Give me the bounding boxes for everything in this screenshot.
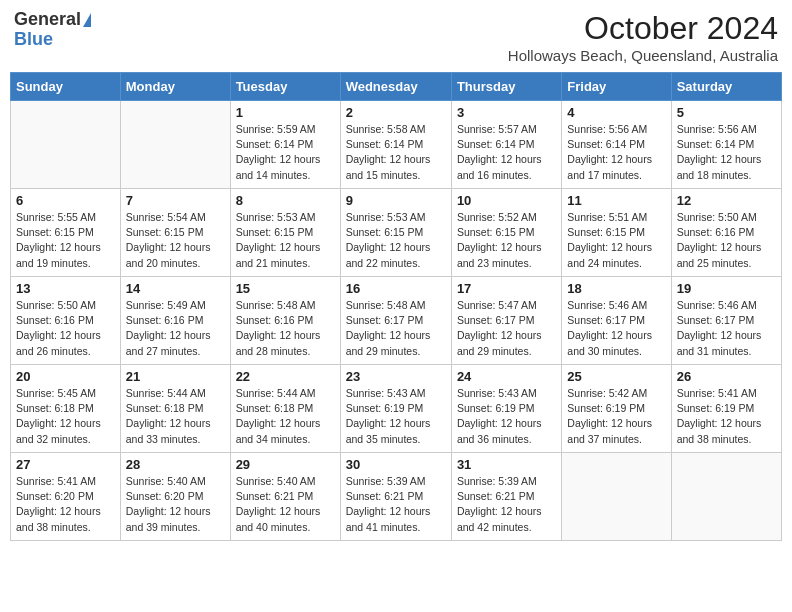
logo: General Blue — [14, 10, 91, 50]
day-number: 31 — [457, 457, 556, 472]
page-header: General Blue October 2024 Holloways Beac… — [10, 10, 782, 64]
calendar-cell: 26Sunrise: 5:41 AMSunset: 6:19 PMDayligh… — [671, 365, 781, 453]
calendar-week-row: 20Sunrise: 5:45 AMSunset: 6:18 PMDayligh… — [11, 365, 782, 453]
day-info: Sunrise: 5:44 AMSunset: 6:18 PMDaylight:… — [236, 386, 335, 447]
day-info: Sunrise: 5:56 AMSunset: 6:14 PMDaylight:… — [677, 122, 776, 183]
calendar-header-saturday: Saturday — [671, 73, 781, 101]
day-info: Sunrise: 5:40 AMSunset: 6:21 PMDaylight:… — [236, 474, 335, 535]
day-number: 22 — [236, 369, 335, 384]
calendar-cell: 5Sunrise: 5:56 AMSunset: 6:14 PMDaylight… — [671, 101, 781, 189]
location-title: Holloways Beach, Queensland, Australia — [508, 47, 778, 64]
day-number: 6 — [16, 193, 115, 208]
day-number: 23 — [346, 369, 446, 384]
day-info: Sunrise: 5:47 AMSunset: 6:17 PMDaylight:… — [457, 298, 556, 359]
day-number: 13 — [16, 281, 115, 296]
day-number: 25 — [567, 369, 665, 384]
day-info: Sunrise: 5:54 AMSunset: 6:15 PMDaylight:… — [126, 210, 225, 271]
day-number: 29 — [236, 457, 335, 472]
day-number: 20 — [16, 369, 115, 384]
day-info: Sunrise: 5:46 AMSunset: 6:17 PMDaylight:… — [677, 298, 776, 359]
calendar-header-tuesday: Tuesday — [230, 73, 340, 101]
calendar-cell: 8Sunrise: 5:53 AMSunset: 6:15 PMDaylight… — [230, 189, 340, 277]
day-info: Sunrise: 5:43 AMSunset: 6:19 PMDaylight:… — [457, 386, 556, 447]
day-info: Sunrise: 5:59 AMSunset: 6:14 PMDaylight:… — [236, 122, 335, 183]
calendar-header-wednesday: Wednesday — [340, 73, 451, 101]
day-info: Sunrise: 5:57 AMSunset: 6:14 PMDaylight:… — [457, 122, 556, 183]
day-number: 9 — [346, 193, 446, 208]
day-info: Sunrise: 5:42 AMSunset: 6:19 PMDaylight:… — [567, 386, 665, 447]
title-section: October 2024 Holloways Beach, Queensland… — [508, 10, 778, 64]
calendar-cell: 21Sunrise: 5:44 AMSunset: 6:18 PMDayligh… — [120, 365, 230, 453]
calendar-cell: 24Sunrise: 5:43 AMSunset: 6:19 PMDayligh… — [451, 365, 561, 453]
day-number: 19 — [677, 281, 776, 296]
day-info: Sunrise: 5:45 AMSunset: 6:18 PMDaylight:… — [16, 386, 115, 447]
day-info: Sunrise: 5:56 AMSunset: 6:14 PMDaylight:… — [567, 122, 665, 183]
calendar-cell: 27Sunrise: 5:41 AMSunset: 6:20 PMDayligh… — [11, 453, 121, 541]
calendar-header-friday: Friday — [562, 73, 671, 101]
day-info: Sunrise: 5:53 AMSunset: 6:15 PMDaylight:… — [346, 210, 446, 271]
calendar-header-row: SundayMondayTuesdayWednesdayThursdayFrid… — [11, 73, 782, 101]
day-number: 8 — [236, 193, 335, 208]
day-info: Sunrise: 5:53 AMSunset: 6:15 PMDaylight:… — [236, 210, 335, 271]
day-info: Sunrise: 5:41 AMSunset: 6:19 PMDaylight:… — [677, 386, 776, 447]
calendar-week-row: 1Sunrise: 5:59 AMSunset: 6:14 PMDaylight… — [11, 101, 782, 189]
day-number: 18 — [567, 281, 665, 296]
day-info: Sunrise: 5:43 AMSunset: 6:19 PMDaylight:… — [346, 386, 446, 447]
day-info: Sunrise: 5:40 AMSunset: 6:20 PMDaylight:… — [126, 474, 225, 535]
calendar-cell: 18Sunrise: 5:46 AMSunset: 6:17 PMDayligh… — [562, 277, 671, 365]
day-info: Sunrise: 5:52 AMSunset: 6:15 PMDaylight:… — [457, 210, 556, 271]
day-number: 17 — [457, 281, 556, 296]
day-number: 16 — [346, 281, 446, 296]
calendar-week-row: 27Sunrise: 5:41 AMSunset: 6:20 PMDayligh… — [11, 453, 782, 541]
calendar-cell: 25Sunrise: 5:42 AMSunset: 6:19 PMDayligh… — [562, 365, 671, 453]
day-info: Sunrise: 5:39 AMSunset: 6:21 PMDaylight:… — [457, 474, 556, 535]
day-number: 5 — [677, 105, 776, 120]
calendar-cell: 19Sunrise: 5:46 AMSunset: 6:17 PMDayligh… — [671, 277, 781, 365]
calendar-cell: 12Sunrise: 5:50 AMSunset: 6:16 PMDayligh… — [671, 189, 781, 277]
day-info: Sunrise: 5:48 AMSunset: 6:17 PMDaylight:… — [346, 298, 446, 359]
calendar-cell — [11, 101, 121, 189]
day-number: 15 — [236, 281, 335, 296]
month-title: October 2024 — [508, 10, 778, 47]
day-number: 21 — [126, 369, 225, 384]
day-number: 1 — [236, 105, 335, 120]
day-info: Sunrise: 5:48 AMSunset: 6:16 PMDaylight:… — [236, 298, 335, 359]
calendar-cell: 1Sunrise: 5:59 AMSunset: 6:14 PMDaylight… — [230, 101, 340, 189]
calendar-header-monday: Monday — [120, 73, 230, 101]
calendar-cell: 9Sunrise: 5:53 AMSunset: 6:15 PMDaylight… — [340, 189, 451, 277]
day-info: Sunrise: 5:46 AMSunset: 6:17 PMDaylight:… — [567, 298, 665, 359]
calendar-cell: 11Sunrise: 5:51 AMSunset: 6:15 PMDayligh… — [562, 189, 671, 277]
calendar-cell: 7Sunrise: 5:54 AMSunset: 6:15 PMDaylight… — [120, 189, 230, 277]
day-info: Sunrise: 5:50 AMSunset: 6:16 PMDaylight:… — [677, 210, 776, 271]
calendar-header-thursday: Thursday — [451, 73, 561, 101]
calendar-cell: 28Sunrise: 5:40 AMSunset: 6:20 PMDayligh… — [120, 453, 230, 541]
day-info: Sunrise: 5:41 AMSunset: 6:20 PMDaylight:… — [16, 474, 115, 535]
calendar-cell — [120, 101, 230, 189]
calendar-cell: 3Sunrise: 5:57 AMSunset: 6:14 PMDaylight… — [451, 101, 561, 189]
day-number: 24 — [457, 369, 556, 384]
calendar-cell: 29Sunrise: 5:40 AMSunset: 6:21 PMDayligh… — [230, 453, 340, 541]
calendar-cell: 6Sunrise: 5:55 AMSunset: 6:15 PMDaylight… — [11, 189, 121, 277]
calendar-cell: 23Sunrise: 5:43 AMSunset: 6:19 PMDayligh… — [340, 365, 451, 453]
calendar-cell: 20Sunrise: 5:45 AMSunset: 6:18 PMDayligh… — [11, 365, 121, 453]
day-number: 4 — [567, 105, 665, 120]
day-info: Sunrise: 5:49 AMSunset: 6:16 PMDaylight:… — [126, 298, 225, 359]
calendar-cell: 15Sunrise: 5:48 AMSunset: 6:16 PMDayligh… — [230, 277, 340, 365]
calendar-cell: 13Sunrise: 5:50 AMSunset: 6:16 PMDayligh… — [11, 277, 121, 365]
day-info: Sunrise: 5:50 AMSunset: 6:16 PMDaylight:… — [16, 298, 115, 359]
logo-blue-text: Blue — [14, 30, 53, 50]
day-number: 11 — [567, 193, 665, 208]
calendar-cell: 4Sunrise: 5:56 AMSunset: 6:14 PMDaylight… — [562, 101, 671, 189]
calendar-cell: 14Sunrise: 5:49 AMSunset: 6:16 PMDayligh… — [120, 277, 230, 365]
day-number: 26 — [677, 369, 776, 384]
day-number: 10 — [457, 193, 556, 208]
day-number: 3 — [457, 105, 556, 120]
day-number: 28 — [126, 457, 225, 472]
day-info: Sunrise: 5:58 AMSunset: 6:14 PMDaylight:… — [346, 122, 446, 183]
calendar-cell: 17Sunrise: 5:47 AMSunset: 6:17 PMDayligh… — [451, 277, 561, 365]
day-number: 14 — [126, 281, 225, 296]
day-number: 7 — [126, 193, 225, 208]
calendar-cell: 30Sunrise: 5:39 AMSunset: 6:21 PMDayligh… — [340, 453, 451, 541]
day-info: Sunrise: 5:39 AMSunset: 6:21 PMDaylight:… — [346, 474, 446, 535]
calendar-cell: 31Sunrise: 5:39 AMSunset: 6:21 PMDayligh… — [451, 453, 561, 541]
